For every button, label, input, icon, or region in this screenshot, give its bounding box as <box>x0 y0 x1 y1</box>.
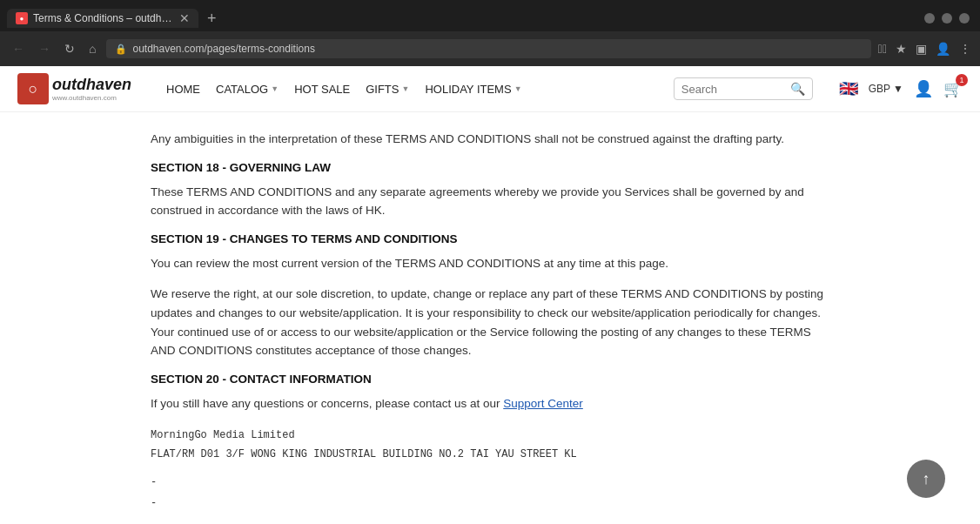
extensions-icon[interactable]: ▣ <box>916 42 927 56</box>
currency-label: GBP <box>869 83 890 95</box>
support-center-link[interactable]: Support Center <box>503 397 583 410</box>
main-content: Any ambiguities in the interpretation of… <box>133 112 847 524</box>
tab-title: Terms & Conditions – outdhav... <box>33 12 174 24</box>
currency-selector[interactable]: GBP ▼ <box>869 83 903 95</box>
tab-favicon: ● <box>16 12 28 24</box>
nav-links: HOME CATALOG ▼ HOT SALE GIFTS ▼ HOLIDAY … <box>166 83 522 96</box>
account-icon[interactable]: 👤 <box>914 79 933 98</box>
logo-text: outdhaven <box>52 76 131 93</box>
bookmark-star-icon[interactable]: ★ <box>896 42 907 56</box>
toolbar-icons: 👁̸ ★ ▣ 👤 ⋮ <box>878 42 971 56</box>
window-controls: − □ × <box>924 13 973 24</box>
address-block: MorningGo Media Limited FLAT/RM D01 3/F … <box>151 427 829 464</box>
address-dash1: - <box>151 472 829 493</box>
nav-item-catalog[interactable]: CATALOG ▼ <box>216 83 279 96</box>
eye-slash-icon[interactable]: 👁̸ <box>878 42 887 56</box>
address-bar: ← → ↻ ⌂ 🔒 outdhaven.com/pages/terms-cond… <box>0 31 980 66</box>
nav-item-holiday-items[interactable]: HOLIDAY ITEMS ▼ <box>425 83 521 96</box>
back-to-top-icon: ↑ <box>923 470 930 488</box>
logo-sub: www.outdhaven.com <box>52 94 131 102</box>
logo-area[interactable]: ○ outdhaven www.outdhaven.com <box>17 73 131 104</box>
cart-button[interactable]: 🛒 1 <box>943 79 963 98</box>
tab-bar: ● Terms & Conditions – outdhav... ✕ + − … <box>0 0 980 31</box>
navbar: ○ outdhaven www.outdhaven.com HOME CATAL… <box>0 66 980 112</box>
search-icon: 🔍 <box>790 82 805 96</box>
back-button[interactable]: ← <box>9 40 28 57</box>
address-dashes: - - <box>151 472 829 514</box>
new-tab-button[interactable]: + <box>202 10 222 28</box>
section19-heading: SECTION 19 - CHANGES TO TERMS AND CONDIT… <box>151 232 829 245</box>
nav-actions: 🇬🇧 GBP ▼ 👤 🛒 1 <box>839 79 963 98</box>
address-dash2: - <box>151 493 829 514</box>
gifts-chevron-icon: ▼ <box>401 84 409 93</box>
active-tab[interactable]: ● Terms & Conditions – outdhav... ✕ <box>7 9 198 28</box>
home-button[interactable]: ⌂ <box>85 40 99 57</box>
section20-heading: SECTION 20 - CONTACT INFORMATION <box>151 373 829 386</box>
forward-button[interactable]: → <box>35 40 54 57</box>
minimize-button[interactable]: − <box>924 13 935 24</box>
back-to-top-button[interactable]: ↑ <box>907 460 945 498</box>
section18-heading: SECTION 18 - GOVERNING LAW <box>151 161 829 174</box>
search-box[interactable]: 🔍 <box>674 77 813 100</box>
section17-tail-text: Any ambiguities in the interpretation of… <box>151 130 829 149</box>
nav-item-hot-sale[interactable]: HOT SALE <box>294 83 350 96</box>
catalog-chevron-icon: ▼ <box>271 84 279 93</box>
menu-icon[interactable]: ⋮ <box>959 42 971 56</box>
profile-icon[interactable]: 👤 <box>936 42 950 56</box>
tab-close-button[interactable]: ✕ <box>179 12 190 24</box>
restore-button[interactable]: □ <box>942 13 952 24</box>
close-button[interactable]: × <box>959 13 970 24</box>
nav-item-gifts[interactable]: GIFTS ▼ <box>366 83 409 96</box>
address-line2: FLAT/RM D01 3/F WONG KING INDUSTRIAL BUI… <box>151 446 829 465</box>
section19-paragraph2: We reserve the right, at our sole discre… <box>151 285 829 359</box>
search-input[interactable] <box>681 83 790 96</box>
holiday-items-chevron-icon: ▼ <box>514 84 522 93</box>
url-text: outdhaven.com/pages/terms-conditions <box>132 43 314 55</box>
url-lock-icon: 🔒 <box>115 44 127 55</box>
reload-button[interactable]: ↻ <box>61 40 78 57</box>
section18-text: These TERMS AND CONDITIONS and any separ… <box>151 183 829 220</box>
browser-chrome: ● Terms & Conditions – outdhav... ✕ + − … <box>0 0 980 66</box>
currency-chevron-icon: ▼ <box>893 83 903 95</box>
flag-icon: 🇬🇧 <box>839 79 858 98</box>
cart-badge: 1 <box>956 74 968 86</box>
url-bar[interactable]: 🔒 outdhaven.com/pages/terms-conditions <box>106 39 870 58</box>
page-content: ○ outdhaven www.outdhaven.com HOME CATAL… <box>0 66 980 524</box>
nav-item-home[interactable]: HOME <box>166 83 200 96</box>
section19-paragraph1: You can review the most current version … <box>151 254 829 273</box>
address-line1: MorningGo Media Limited <box>151 427 829 446</box>
section20-contact-text: If you still have any questions or conce… <box>151 394 829 413</box>
logo-icon: ○ <box>29 80 38 98</box>
